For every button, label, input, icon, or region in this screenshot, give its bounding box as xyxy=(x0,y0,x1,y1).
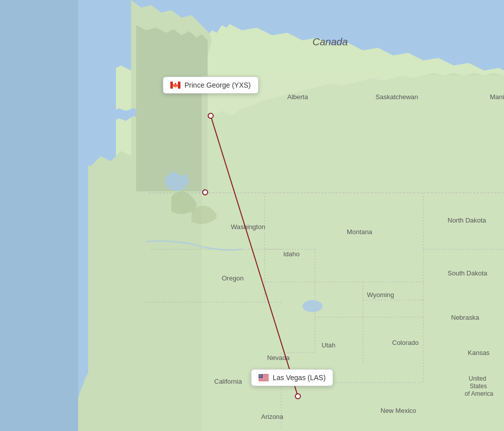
prince-george-dot xyxy=(208,113,214,119)
svg-point-48 xyxy=(261,377,262,377)
prince-george-popup: 🍁 Prince George (YXS) xyxy=(163,77,259,94)
las-vegas-dot xyxy=(295,393,301,399)
map-container: Canada Alberta Saskatchewan Mani Washing… xyxy=(0,0,504,431)
svg-point-44 xyxy=(261,376,261,377)
prince-george-label: Prince George (YXS) xyxy=(184,81,251,89)
svg-rect-31 xyxy=(259,379,269,379)
waypoint-dot xyxy=(202,189,208,195)
svg-point-43 xyxy=(260,376,260,377)
svg-point-39 xyxy=(260,375,260,376)
svg-point-41 xyxy=(261,375,262,376)
svg-point-46 xyxy=(260,377,260,377)
svg-point-40 xyxy=(260,375,261,376)
svg-point-36 xyxy=(260,375,260,375)
usa-flag-icon xyxy=(259,374,269,381)
map-background xyxy=(0,0,504,431)
svg-rect-1 xyxy=(202,76,504,431)
canada-flag-icon: 🍁 xyxy=(170,82,180,89)
svg-point-42 xyxy=(259,376,260,377)
svg-point-38 xyxy=(262,375,262,375)
svg-point-45 xyxy=(262,376,262,377)
svg-point-19 xyxy=(302,300,323,312)
svg-text:🍁: 🍁 xyxy=(172,82,179,89)
las-vegas-label: Las Vegas (LAS) xyxy=(273,374,326,382)
svg-rect-32 xyxy=(259,380,269,380)
svg-point-37 xyxy=(261,375,261,375)
las-vegas-popup: Las Vegas (LAS) xyxy=(251,369,333,386)
svg-rect-33 xyxy=(259,381,269,381)
svg-point-47 xyxy=(260,377,261,377)
svg-point-35 xyxy=(259,375,260,375)
